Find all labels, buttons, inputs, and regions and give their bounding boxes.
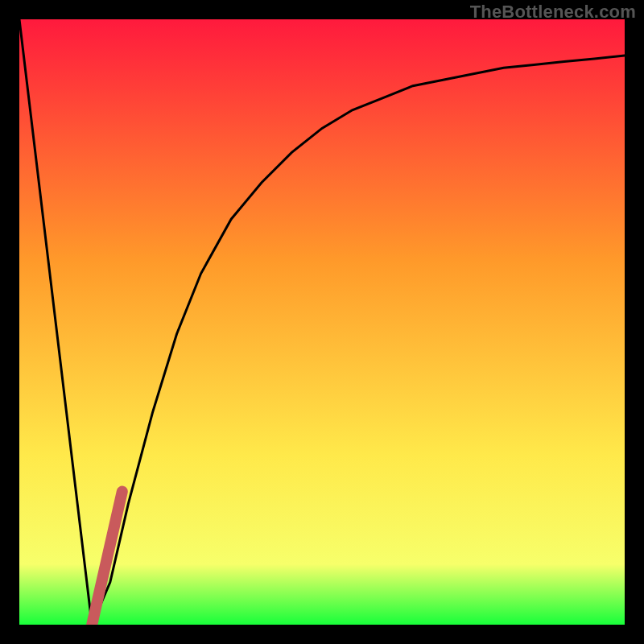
watermark-text: TheBottleneck.com bbox=[470, 2, 636, 23]
chart-svg bbox=[19, 19, 625, 625]
plot-area bbox=[19, 19, 625, 625]
chart-frame: TheBottleneck.com bbox=[0, 0, 644, 644]
